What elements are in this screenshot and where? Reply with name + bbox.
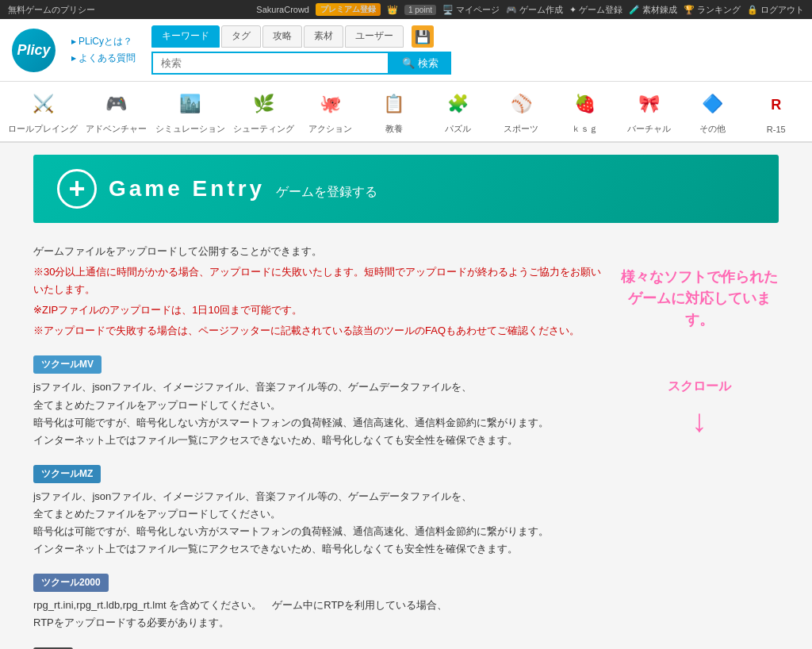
cat-r15-label: R-15 (767, 125, 786, 134)
create-game-link[interactable]: 🎮 ゲーム作成 (506, 4, 563, 16)
ksg-icon: 🍓 (569, 88, 601, 120)
sports-icon: ⚾ (505, 88, 537, 120)
cat-action[interactable]: 🐙 アクション (302, 88, 358, 135)
cat-action-label: アクション (308, 123, 352, 135)
action-icon: 🐙 (314, 88, 346, 120)
cat-adventure[interactable]: 🎮 アドベンチャー (86, 88, 147, 135)
tab-strategy[interactable]: 攻略 (262, 25, 302, 48)
tool-2000: ツクール2000 rpg_rt.ini,rpg_rt.ldb,rpg_rt.lm… (33, 570, 604, 632)
search-button[interactable]: 🔍 検索 (389, 52, 451, 75)
scroll-arrow-icon: ↓ (620, 403, 779, 439)
ranking-link[interactable]: 🏆 ランキング (684, 4, 741, 16)
cat-other[interactable]: 🔷 その他 (684, 88, 740, 135)
materials-link[interactable]: 🧪 素材錬成 (629, 4, 677, 16)
adventure-icon: 🎮 (101, 88, 132, 120)
cat-r15[interactable]: R R-15 (749, 90, 804, 134)
tool-mz-text: jsファイル、jsonファイル、イメージファイル、音楽ファイル等の、ゲームデータ… (33, 488, 604, 558)
search-tabs: キーワード タグ 攻略 素材 ユーザー 💾 (151, 25, 800, 48)
tool-mv: ツクールMV jsファイル、jsonファイル、イメージファイル、音楽ファイル等の… (33, 355, 604, 448)
content-with-aside: ゲームファイルをアップロードして公開することができます。 ※30分以上通信に時間… (33, 243, 779, 649)
scroll-note: スクロール (620, 378, 779, 395)
tool-mv-text: jsファイル、jsonファイル、イメージファイル、音楽ファイル等の、ゲームデータ… (33, 378, 604, 448)
mypage-link[interactable]: 🖥️ マイページ (442, 4, 500, 16)
tab-tag[interactable]: タグ (221, 25, 261, 48)
puzzle-icon: 🧩 (442, 88, 473, 120)
tab-user[interactable]: ユーザー (345, 25, 404, 48)
cat-puzzle[interactable]: 🧩 パズル (430, 88, 485, 135)
banner-title-area: Game Entry ゲームを登録する (109, 176, 377, 202)
badge-2000: ツクール2000 (33, 574, 109, 592)
site-title: 無料ゲームのプリシー (8, 4, 95, 16)
intro-line1: ゲームファイルをアップロードして公開することができます。 (33, 243, 604, 260)
cat-virtual[interactable]: 🎀 バーチャル (621, 88, 676, 135)
tab-keyword[interactable]: キーワード (151, 25, 220, 48)
tool-unity: Unity UnityWebGL出力のデータをアップロード。 Brotli(*.… (33, 644, 604, 649)
cat-simulation[interactable]: 🏙️ シミュレーション (155, 88, 225, 135)
intro-line4: ※アップロードで失敗する場合は、ページフッターに記載されている該当のツールのFA… (33, 322, 604, 340)
tab-material[interactable]: 素材 (304, 25, 343, 48)
sakura-crowd-link[interactable]: SakuraCrowd (256, 5, 309, 14)
cat-puzzle-label: パズル (445, 123, 471, 135)
intro-line2: ※30分以上通信に時間がかかる場合、アップロードに失敗いたします。短時間でアップ… (33, 263, 604, 298)
rpg-icon: ⚔️ (27, 88, 59, 120)
save-icon[interactable]: 💾 (412, 25, 434, 48)
cat-sports[interactable]: ⚾ スポーツ (493, 88, 549, 135)
cat-rpg[interactable]: ⚔️ ロールプレイング (8, 88, 78, 135)
intro-section: ゲームファイルをアップロードして公開することができます。 ※30分以上通信に時間… (33, 243, 604, 340)
about-link[interactable]: PLiCyとは？ (71, 35, 136, 48)
game-entry-banner: + Game Entry ゲームを登録する (33, 155, 779, 223)
main-content: + Game Entry ゲームを登録する ゲームファイルをアップロードして公開… (17, 143, 795, 649)
content-aside: 様々なソフトで作られたゲームに対応しています。 スクロール ↓ (620, 243, 779, 649)
cat-simulation-label: シミュレーション (155, 123, 225, 135)
point-badge: 1 point (404, 5, 436, 15)
top-bar-right: SakuraCrowd プレミアム登録 👑 1 point 🖥️ マイページ 🎮… (256, 3, 804, 16)
search-row: 🔍 検索 (151, 52, 800, 75)
other-icon: 🔷 (696, 88, 728, 120)
category-nav: ⚔️ ロールプレイング 🎮 アドベンチャー 🏙️ シミュレーション 🌿 シューテ… (0, 82, 812, 143)
header: Plicy PLiCyとは？ よくある質問 キーワード タグ 攻略 素材 ユーザ… (0, 19, 812, 82)
intro-line3: ※ZIPファイルのアップロードは、1日10回まで可能です。 (33, 301, 604, 319)
search-area: キーワード タグ 攻略 素材 ユーザー 💾 🔍 検索 (151, 25, 800, 75)
cat-adventure-label: アドベンチャー (86, 123, 147, 135)
cat-tabletop[interactable]: 📋 教養 (366, 88, 422, 135)
top-bar: 無料ゲームのプリシー SakuraCrowd プレミアム登録 👑 1 point… (0, 0, 812, 19)
tabletop-icon: 📋 (378, 88, 410, 120)
badge-mz: ツクールMZ (33, 465, 101, 483)
content-main: ゲームファイルをアップロードして公開することができます。 ※30分以上通信に時間… (33, 243, 604, 649)
banner-subtitle: ゲームを登録する (276, 185, 377, 198)
cat-rpg-label: ロールプレイング (8, 123, 78, 135)
cat-tabletop-label: 教養 (385, 123, 403, 135)
cat-other-label: その他 (699, 123, 726, 135)
plus-icon: + (57, 169, 97, 209)
search-input[interactable] (151, 52, 389, 75)
crown-icon: 👑 (387, 5, 398, 15)
faq-link[interactable]: よくある質問 (71, 52, 136, 65)
logo[interactable]: Plicy (12, 29, 56, 72)
tool-2000-text: rpg_rt.ini,rpg_rt.ldb,rpg_rt.lmt を含めてくださ… (33, 597, 604, 632)
cat-ksg-label: ｋｓｇ (572, 123, 598, 135)
search-icon: 🔍 (402, 57, 415, 69)
r15-icon: R (760, 90, 792, 121)
simulation-icon: 🏙️ (174, 88, 206, 120)
tool-mz: ツクールMZ jsファイル、jsonファイル、イメージファイル、音楽ファイル等の… (33, 462, 604, 558)
cat-sports-label: スポーツ (504, 123, 538, 135)
logo-icon: Plicy (12, 29, 56, 72)
cat-shooting-label: シューティング (233, 123, 294, 135)
aside-software-note: 様々なソフトで作られたゲームに対応しています。 (620, 267, 779, 331)
badge-mv: ツクールMV (33, 355, 102, 374)
shooting-icon: 🌿 (248, 88, 280, 120)
cat-shooting[interactable]: 🌿 シューティング (233, 88, 294, 135)
banner-title: Game Entry (109, 176, 265, 201)
header-links: PLiCyとは？ よくある質問 (71, 35, 136, 65)
cat-virtual-label: バーチャル (627, 123, 671, 135)
virtual-icon: 🎀 (633, 88, 665, 120)
register-game-link[interactable]: ✦ ゲーム登録 (569, 4, 622, 16)
premium-badge[interactable]: プレミアム登録 (316, 3, 381, 16)
logout-link[interactable]: 🔒 ログアウト (747, 4, 804, 16)
cat-ksg[interactable]: 🍓 ｋｓｇ (557, 88, 613, 135)
